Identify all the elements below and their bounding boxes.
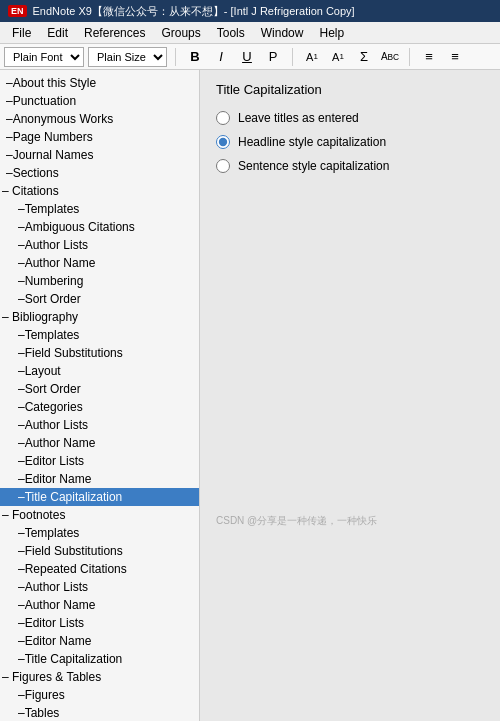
tree-item-fn-author-name[interactable]: –Author Name: [0, 596, 199, 614]
tree-item-sort-order-bib[interactable]: –Sort Order: [0, 380, 199, 398]
menu-groups[interactable]: Groups: [153, 23, 208, 43]
superscript-button[interactable]: A1: [301, 47, 323, 67]
tree-item-sort-order-cit[interactable]: –Sort Order: [0, 290, 199, 308]
tree-item-label-numbering: –Numbering: [10, 274, 83, 288]
tree-item-fn-editor-name[interactable]: –Editor Name: [0, 632, 199, 650]
tree-item-label-fn-field-substitutions: –Field Substitutions: [10, 544, 123, 558]
tree-item-anonymous-works[interactable]: –Anonymous Works: [0, 110, 199, 128]
tree-item-label-footnotes: – Footnotes: [2, 508, 65, 522]
tree-item-label-sort-order-cit: –Sort Order: [10, 292, 81, 306]
tree-item-sections[interactable]: –Sections: [0, 164, 199, 182]
tree-item-bib-templates[interactable]: –Templates: [0, 326, 199, 344]
tree-item-label-editor-lists-bib: –Editor Lists: [10, 454, 84, 468]
abc-button[interactable]: ABC: [379, 47, 401, 67]
menu-window[interactable]: Window: [253, 23, 312, 43]
tree-item-author-lists-cit[interactable]: –Author Lists: [0, 236, 199, 254]
tree-item-citations[interactable]: – Citations: [0, 182, 199, 200]
tree-item-label-fn-editor-lists: –Editor Lists: [10, 616, 84, 630]
option-sentence-style[interactable]: Sentence style capitalization: [216, 159, 484, 173]
tree-item-bibliography[interactable]: – Bibliography: [0, 308, 199, 326]
tree-item-figures-tables[interactable]: – Figures & Tables: [0, 668, 199, 686]
tree-item-journal-names[interactable]: –Journal Names: [0, 146, 199, 164]
tree-item-label-fn-author-name: –Author Name: [10, 598, 95, 612]
tree-item-fn-title-capitalization[interactable]: –Title Capitalization: [0, 650, 199, 668]
tree-item-label-sort-order-bib: –Sort Order: [10, 382, 81, 396]
option-headline-style-label: Headline style capitalization: [238, 135, 386, 149]
section-title: Title Capitalization: [216, 82, 484, 97]
italic-button[interactable]: I: [210, 47, 232, 67]
tree-item-about-style[interactable]: –About this Style: [0, 74, 199, 92]
menu-file[interactable]: File: [4, 23, 39, 43]
option-headline-style[interactable]: Headline style capitalization: [216, 135, 484, 149]
tree-item-label-title-capitalization: –Title Capitalization: [10, 490, 122, 504]
font-select[interactable]: Plain Font: [4, 47, 84, 67]
footer-text: CSDN @分享是一种传递，一种快乐: [216, 515, 377, 526]
capitalization-options: Leave titles as entered Headline style c…: [216, 111, 484, 173]
tree-item-editor-lists-bib[interactable]: –Editor Lists: [0, 452, 199, 470]
radio-leave-titles[interactable]: [216, 111, 230, 125]
menu-tools[interactable]: Tools: [209, 23, 253, 43]
tree-item-numbering[interactable]: –Numbering: [0, 272, 199, 290]
tree-item-label-tables: –Tables: [10, 706, 59, 720]
tree-item-label-author-lists-cit: –Author Lists: [10, 238, 88, 252]
tree-item-label-citations-templates: –Templates: [10, 202, 79, 216]
tree-item-label-bibliography: – Bibliography: [2, 310, 78, 324]
subscript-button[interactable]: A1: [327, 47, 349, 67]
tree-item-fn-editor-lists[interactable]: –Editor Lists: [0, 614, 199, 632]
tree-item-figures[interactable]: –Figures: [0, 686, 199, 704]
tree-item-label-fn-editor-name: –Editor Name: [10, 634, 91, 648]
tree-item-label-punctuation: –Punctuation: [6, 94, 76, 108]
main-content: –About this Style–Punctuation–Anonymous …: [0, 70, 500, 721]
tree-item-label-sections: –Sections: [6, 166, 59, 180]
tree-item-fn-field-substitutions[interactable]: –Field Substitutions: [0, 542, 199, 560]
size-select[interactable]: Plain Size: [88, 47, 167, 67]
tree-item-author-name-cit[interactable]: –Author Name: [0, 254, 199, 272]
tree-item-fn-author-lists[interactable]: –Author Lists: [0, 578, 199, 596]
menu-help[interactable]: Help: [311, 23, 352, 43]
tree-item-tables[interactable]: –Tables: [0, 704, 199, 721]
tree-item-label-editor-name-bib: –Editor Name: [10, 472, 91, 486]
option-leave-titles-label: Leave titles as entered: [238, 111, 359, 125]
tree-item-label-citations: – Citations: [2, 184, 59, 198]
tree-item-field-substitutions[interactable]: –Field Substitutions: [0, 344, 199, 362]
tree-item-citations-templates[interactable]: –Templates: [0, 200, 199, 218]
option-sentence-style-label: Sentence style capitalization: [238, 159, 389, 173]
tree-item-label-figures-tables: – Figures & Tables: [2, 670, 101, 684]
tree-item-label-author-name-cit: –Author Name: [10, 256, 95, 270]
align-left-button[interactable]: ≡: [418, 47, 440, 67]
bold-button[interactable]: B: [184, 47, 206, 67]
app-title: EndNote X9【微信公众号：从来不想】- [Intl J Refriger…: [33, 4, 355, 19]
tree-item-label-page-numbers: –Page Numbers: [6, 130, 93, 144]
tree-item-label-field-substitutions: –Field Substitutions: [10, 346, 123, 360]
underline-button[interactable]: U: [236, 47, 258, 67]
toolbar-divider-3: [409, 48, 410, 66]
tree-item-title-capitalization[interactable]: –Title Capitalization: [0, 488, 199, 506]
sigma-button[interactable]: Σ: [353, 47, 375, 67]
option-leave-titles[interactable]: Leave titles as entered: [216, 111, 484, 125]
tree-item-author-lists-bib[interactable]: –Author Lists: [0, 416, 199, 434]
tree-item-label-fn-author-lists: –Author Lists: [10, 580, 88, 594]
tree-item-ambiguous-citations[interactable]: –Ambiguous Citations: [0, 218, 199, 236]
align-right-button[interactable]: ≡: [444, 47, 466, 67]
tree-item-editor-name-bib[interactable]: –Editor Name: [0, 470, 199, 488]
title-bar: EN EndNote X9【微信公众号：从来不想】- [Intl J Refri…: [0, 0, 500, 22]
tree-item-label-categories: –Categories: [10, 400, 83, 414]
tree-item-fn-templates[interactable]: –Templates: [0, 524, 199, 542]
tree-item-footnotes[interactable]: – Footnotes: [0, 506, 199, 524]
en-logo: EN: [8, 5, 27, 17]
tree-item-page-numbers[interactable]: –Page Numbers: [0, 128, 199, 146]
tree-item-label-bib-templates: –Templates: [10, 328, 79, 342]
radio-headline-style[interactable]: [216, 135, 230, 149]
tree-item-layout[interactable]: –Layout: [0, 362, 199, 380]
menu-bar: File Edit References Groups Tools Window…: [0, 22, 500, 44]
menu-references[interactable]: References: [76, 23, 153, 43]
radio-sentence-style[interactable]: [216, 159, 230, 173]
tree-item-author-name-bib[interactable]: –Author Name: [0, 434, 199, 452]
paragraph-button[interactable]: P: [262, 47, 284, 67]
tree-item-fn-repeated-citations[interactable]: –Repeated Citations: [0, 560, 199, 578]
tree-item-label-figures: –Figures: [10, 688, 65, 702]
tree-item-punctuation[interactable]: –Punctuation: [0, 92, 199, 110]
toolbar: Plain Font Plain Size B I U P A1 A1 Σ AB…: [0, 44, 500, 70]
tree-item-categories[interactable]: –Categories: [0, 398, 199, 416]
menu-edit[interactable]: Edit: [39, 23, 76, 43]
